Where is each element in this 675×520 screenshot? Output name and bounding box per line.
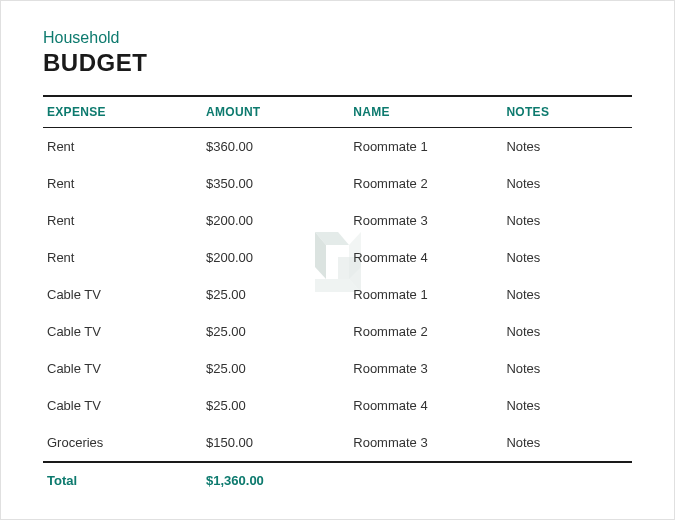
column-header-notes: NOTES: [502, 96, 632, 128]
cell-amount: $25.00: [202, 313, 349, 350]
cell-expense: Cable TV: [43, 350, 202, 387]
cell-name: Roommate 4: [349, 239, 502, 276]
cell-name: Roommate 2: [349, 313, 502, 350]
cell-name: Roommate 3: [349, 202, 502, 239]
cell-amount: $25.00: [202, 276, 349, 313]
cell-name: Roommate 4: [349, 387, 502, 424]
cell-notes: Notes: [502, 165, 632, 202]
cell-name: Roommate 1: [349, 128, 502, 166]
table-header-row: EXPENSE AMOUNT NAME NOTES: [43, 96, 632, 128]
table-row: Cable TV$25.00Roommate 3Notes: [43, 350, 632, 387]
column-header-expense: EXPENSE: [43, 96, 202, 128]
cell-name: Roommate 2: [349, 165, 502, 202]
cell-notes: Notes: [502, 128, 632, 166]
cell-name: Roommate 1: [349, 276, 502, 313]
cell-amount: $150.00: [202, 424, 349, 462]
cell-expense: Cable TV: [43, 313, 202, 350]
cell-amount: $25.00: [202, 387, 349, 424]
cell-notes: Notes: [502, 313, 632, 350]
cell-amount: $200.00: [202, 202, 349, 239]
table-row: Rent$200.00Roommate 4Notes: [43, 239, 632, 276]
cell-amount: $360.00: [202, 128, 349, 166]
cell-notes: Notes: [502, 424, 632, 462]
table-row: Rent$200.00Roommate 3Notes: [43, 202, 632, 239]
table-row: Rent$360.00Roommate 1Notes: [43, 128, 632, 166]
cell-notes: Notes: [502, 202, 632, 239]
cell-notes: Notes: [502, 239, 632, 276]
cell-expense: Rent: [43, 239, 202, 276]
budget-table: EXPENSE AMOUNT NAME NOTES Rent$360.00Roo…: [43, 95, 632, 498]
cell-amount: $200.00: [202, 239, 349, 276]
cell-expense: Rent: [43, 165, 202, 202]
cell-expense: Rent: [43, 128, 202, 166]
cell-name: Roommate 3: [349, 350, 502, 387]
cell-expense: Cable TV: [43, 387, 202, 424]
document-title: BUDGET: [43, 49, 632, 77]
cell-notes: Notes: [502, 387, 632, 424]
cell-expense: Groceries: [43, 424, 202, 462]
total-amount: $1,360.00: [202, 462, 349, 498]
cell-expense: Rent: [43, 202, 202, 239]
cell-amount: $350.00: [202, 165, 349, 202]
table-row: Groceries$150.00Roommate 3Notes: [43, 424, 632, 462]
column-header-name: NAME: [349, 96, 502, 128]
cell-notes: Notes: [502, 276, 632, 313]
table-row: Cable TV$25.00Roommate 2Notes: [43, 313, 632, 350]
cell-name: Roommate 3: [349, 424, 502, 462]
document-subtitle: Household: [43, 29, 632, 47]
table-row: Rent$350.00Roommate 2Notes: [43, 165, 632, 202]
table-row: Cable TV$25.00Roommate 1Notes: [43, 276, 632, 313]
total-label: Total: [43, 462, 202, 498]
column-header-amount: AMOUNT: [202, 96, 349, 128]
cell-expense: Cable TV: [43, 276, 202, 313]
cell-notes: Notes: [502, 350, 632, 387]
table-row: Cable TV$25.00Roommate 4Notes: [43, 387, 632, 424]
table-footer-row: Total $1,360.00: [43, 462, 632, 498]
cell-amount: $25.00: [202, 350, 349, 387]
